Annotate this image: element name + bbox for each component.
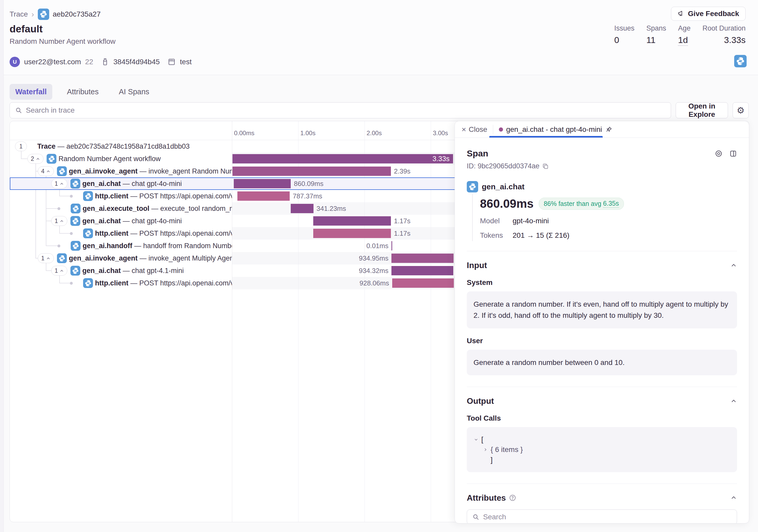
duration-bar[interactable] — [313, 216, 391, 226]
breadcrumb-chevron-icon: › — [32, 10, 34, 18]
duration-label: 3.33s — [432, 153, 449, 165]
release-icon — [101, 58, 109, 66]
span-name-label: gen_ai.chat — chat gpt-4.1-mini — [82, 265, 184, 277]
user-email[interactable]: user22@test.com — [24, 58, 81, 66]
tab-ai-spans[interactable]: AI Spans — [113, 84, 155, 100]
json-collapsed-object[interactable]: { 6 items } — [491, 444, 523, 454]
tool-calls-json-box: [ { 6 items } ] — [467, 427, 737, 472]
tree-node-dot — [70, 195, 73, 197]
chevron-up-icon[interactable] — [730, 494, 737, 501]
span-heading: Span — [467, 148, 488, 159]
span-id: ID: 9bc29065dd0374ae — [467, 162, 539, 170]
stat-value: 3.33s — [702, 35, 745, 45]
release-id[interactable]: 3845f4d94b45 — [113, 58, 160, 66]
tree-node-dot — [57, 244, 60, 247]
open-in-explore-button[interactable]: Open in Explore — [676, 102, 728, 118]
help-icon[interactable] — [509, 494, 516, 501]
stat-label: Issues — [614, 24, 635, 32]
python-icon — [71, 241, 81, 251]
chevron-right-icon[interactable] — [483, 447, 488, 452]
duration-label: 341.23ms — [317, 202, 346, 215]
tree-node-dot — [70, 232, 73, 235]
span-count-chip[interactable]: 4 — [38, 166, 54, 176]
page-title: default — [10, 23, 43, 35]
axis-tick: 1.00s — [300, 129, 316, 137]
attributes-search-input[interactable]: Search — [467, 510, 737, 523]
side-panel-icon[interactable] — [729, 150, 737, 158]
tool-calls-label: Tool Calls — [467, 414, 737, 422]
span-count-chip[interactable]: 1 — [51, 179, 67, 189]
badge-text: 86% faster than avg — [544, 200, 601, 207]
view-tabs: WaterfallAttributesAI Spans — [10, 84, 155, 100]
span-name-label: http.client — POST https://api.openai.co… — [95, 277, 232, 289]
model-label: Model — [480, 217, 513, 225]
duration-bar[interactable] — [291, 204, 313, 213]
duration-bar[interactable] — [232, 166, 391, 176]
output-section-heading: Output — [467, 396, 494, 406]
duration-bar[interactable] — [232, 154, 453, 163]
span-name-label: Random Number Agent workflow — [58, 153, 161, 165]
axis-tick: 3.00s — [433, 129, 448, 137]
drawer-tab-gen-ai-chat[interactable]: gen_ai.chat - chat gpt-4o-mini — [499, 125, 612, 134]
user-label: User — [467, 337, 737, 345]
pin-icon[interactable] — [605, 126, 612, 133]
python-icon — [734, 55, 746, 67]
system-prompt-box: Generate a random number. If it's even, … — [467, 291, 737, 329]
stat-issues: Issues 0 — [614, 24, 635, 45]
duration-bar[interactable] — [234, 179, 291, 188]
copy-icon[interactable] — [542, 163, 549, 170]
breadcrumb-trace-id: aeb20c735a27 — [53, 10, 101, 18]
python-icon — [83, 229, 93, 238]
span-count-chip[interactable]: 1 — [51, 216, 67, 226]
system-label: System — [467, 278, 737, 287]
span-count-chip[interactable]: 1 — [38, 253, 54, 263]
focus-span-icon[interactable] — [715, 150, 723, 158]
settings-button[interactable]: ⚙ — [733, 102, 749, 118]
duration-label: 787.37ms — [293, 190, 322, 202]
breadcrumb-trace-link[interactable]: Trace — [10, 10, 28, 18]
span-name-label: gen_ai.handoff — handoff from Random Num… — [83, 239, 232, 252]
chevron-up-icon[interactable] — [730, 398, 737, 405]
avatar: U — [10, 57, 20, 67]
duration-label: 928.06ms — [360, 277, 389, 289]
stat-value[interactable]: 1d — [678, 35, 690, 45]
span-name-label: Trace — aeb20c735a2748c1958a71cd8a1dbb03 — [37, 140, 190, 153]
python-icon — [70, 179, 80, 189]
section-divider — [467, 387, 737, 387]
chevron-up-icon[interactable] — [730, 262, 737, 269]
python-icon — [83, 191, 93, 201]
python-icon — [57, 166, 67, 176]
section-divider — [467, 251, 737, 251]
environment-value[interactable]: test — [180, 58, 191, 66]
chevron-down-icon[interactable] — [473, 437, 479, 442]
tree-node-dot — [70, 282, 73, 285]
page-subtitle: Random Number Agent workflow — [10, 37, 116, 46]
duration-bar[interactable] — [392, 278, 454, 288]
duration-bar[interactable] — [392, 266, 453, 275]
duration-bar[interactable] — [392, 241, 392, 250]
span-count-chip[interactable]: 1 — [51, 266, 67, 276]
collapse-caret-icon — [59, 268, 64, 273]
duration-label: 1.17s — [394, 215, 411, 227]
badge-avg-value: 6.35s — [603, 200, 619, 208]
python-icon — [467, 181, 478, 193]
give-feedback-button[interactable]: Give Feedback — [671, 7, 745, 21]
span-count-chip[interactable]: 2 — [27, 154, 44, 164]
close-button[interactable]: Close — [469, 125, 488, 134]
duration-bar[interactable] — [392, 254, 453, 263]
duration-bar[interactable] — [313, 229, 391, 238]
python-icon — [71, 203, 81, 213]
search-icon — [472, 514, 479, 520]
trace-search-input[interactable]: Search in trace — [10, 102, 671, 118]
span-op-name: gen_ai.chat — [482, 182, 525, 191]
close-icon[interactable]: × — [462, 125, 466, 134]
trace-stats: Issues 0Spans 11Age 1dRoot Duration 3.33… — [614, 24, 745, 45]
stat-root-duration: Root Duration 3.33s — [702, 24, 745, 45]
drawer-topbar: × Close gen_ai.chat - chat gpt-4o-mini — [455, 121, 749, 138]
span-count-chip[interactable]: 1 — [15, 141, 27, 151]
axis-tick: 2.00s — [366, 129, 382, 137]
tab-attributes[interactable]: Attributes — [61, 84, 104, 100]
axis-tick: 0.00ms — [234, 129, 255, 137]
duration-bar[interactable] — [237, 192, 290, 201]
tab-waterfall[interactable]: Waterfall — [10, 84, 52, 100]
